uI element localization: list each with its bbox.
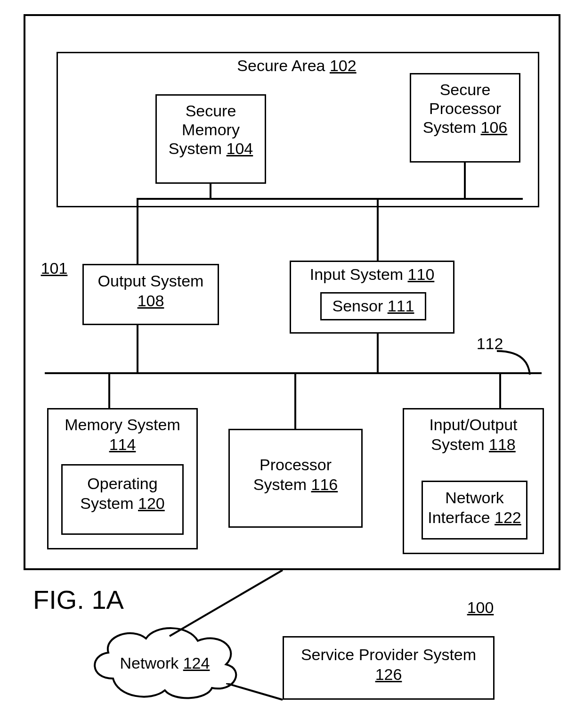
conn-bus-io [499, 372, 501, 408]
memory-system-label: Memory System 114 [47, 415, 198, 454]
sensor-label: Sensor 111 [320, 297, 426, 315]
secure-memory-label: Secure Memory System 104 [155, 101, 266, 158]
ref-101: 101 [38, 259, 71, 278]
network-interface-label: Network Interface 122 [422, 488, 527, 527]
secure-processor-label: Secure Processor System 106 [410, 80, 520, 137]
figure-caption: FIG. 1A [33, 584, 124, 615]
conn-bus-processor [294, 372, 296, 429]
input-system-label: Input System 110 [290, 265, 454, 284]
conn-network-serviceprovider [226, 683, 292, 712]
ref-100: 100 [462, 598, 499, 617]
conn-secure-to-output [137, 198, 138, 264]
service-provider-label: Service Provider System 126 [283, 645, 495, 684]
conn-bus-memory [108, 372, 110, 408]
svg-line-1 [226, 683, 283, 700]
operating-system-label: Operating System 120 [61, 474, 184, 513]
output-system-label: Output System 108 [82, 271, 219, 311]
main-bus [45, 372, 542, 374]
conn-device-network [165, 570, 287, 641]
network-label: Network 124 [106, 654, 224, 672]
diagram-canvas: 101 Secure Area 102 Secure Memory System… [0, 0, 584, 728]
conn-secure-to-input [377, 198, 379, 261]
conn-input-bus [377, 334, 379, 373]
io-system-label: Input/Output System 118 [403, 415, 544, 454]
svg-line-0 [170, 570, 283, 636]
conn-securemem-bus [210, 184, 211, 199]
processor-system-label: Processor System 116 [228, 455, 363, 494]
conn-output-bus [137, 325, 138, 373]
secure-area-title: Secure Area 102 [203, 57, 391, 75]
conn-secureproc-bus [464, 163, 466, 199]
